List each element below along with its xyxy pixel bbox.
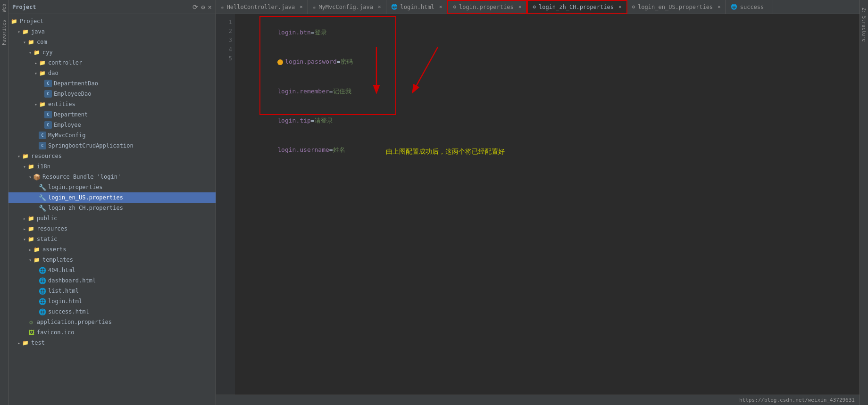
tree-item-springboot-app[interactable]: C SpringbootCrudApplication <box>8 141 216 151</box>
tree-item-success-html[interactable]: 🌐 success.html <box>8 306 216 317</box>
tab-icon-login-zh: ⚙ <box>533 4 536 10</box>
line-num-4: 4 <box>216 45 232 54</box>
code-key-1: login.btn <box>277 29 310 36</box>
tree-item-resource-bundle[interactable]: 📦 Resource Bundle 'login' <box>8 172 216 182</box>
arrow-resources <box>16 154 22 159</box>
status-url: https://blog.csdn.net/weixin_43729631 <box>739 397 855 403</box>
line-numbers: 1 2 3 4 5 <box>216 14 235 395</box>
tab-close-login-props[interactable]: × <box>518 4 522 10</box>
code-value-1: 登录 <box>315 29 327 36</box>
tree-item-dao[interactable]: 📁 dao <box>8 68 216 78</box>
code-value-5: 姓名 <box>333 146 345 153</box>
tree-item-resources[interactable]: 📁 resources <box>8 151 216 161</box>
tab-login-html[interactable]: 🌐 login.html × <box>386 0 448 14</box>
file-tree: 📁 Project 📁 java 📁 com 📁 <box>8 14 216 405</box>
tab-login-en-us[interactable]: ⚙ login_en_US.properties × <box>627 0 726 14</box>
tab-success[interactable]: 🌐 success <box>726 0 773 14</box>
tree-item-login-html[interactable]: 🌐 login.html <box>8 296 216 306</box>
tree-item-login-zh-ch[interactable]: 🔧 login_zh_CH.properties <box>8 203 216 213</box>
structure-label[interactable]: Z: Structure <box>860 4 868 45</box>
code-key-4: login.tip <box>277 117 310 124</box>
tree-item-employee-dao[interactable]: C EmployeeDao <box>8 89 216 99</box>
side-panel-tabs: Web Favorites <box>0 0 8 405</box>
tree-item-entities[interactable]: 📁 entities <box>8 99 216 109</box>
code-line-5: login.username=姓名 <box>241 136 854 165</box>
tab-my-mvc-config[interactable]: ☕ MyMvcConfig.java × <box>308 0 386 14</box>
tab-icon-success: 🌐 <box>731 4 737 10</box>
line-num-3: 3 <box>216 36 232 45</box>
sync-icon[interactable]: ⟳ <box>192 3 198 11</box>
panel-actions: ⟳ ⚙ × <box>192 3 212 11</box>
tree-item-java[interactable]: 📁 java <box>8 26 216 37</box>
tab-close-login-en[interactable]: × <box>718 4 721 10</box>
arrow-entities <box>33 102 39 107</box>
tree-item-controller[interactable]: 📁 controller <box>8 58 216 68</box>
tab-label-login-zh: login_zh_CH.properties <box>539 4 614 10</box>
tree-item-favicon[interactable]: 🖼 favicon.ico <box>8 327 216 338</box>
tree-item-department[interactable]: C Department <box>8 109 216 120</box>
tree-item-public[interactable]: 📁 public <box>8 213 216 223</box>
tree-item-com[interactable]: 📁 com <box>8 37 216 47</box>
arrow-static <box>22 237 27 242</box>
tree-item-login-props[interactable]: 🔧 login.properties <box>8 182 216 192</box>
code-line-2: login.password=密码 <box>241 47 854 76</box>
tree-item-404[interactable]: 🌐 404.html <box>8 265 216 275</box>
tab-label-mymvc: MyMvcConfig.java <box>318 4 373 10</box>
tree-item-static[interactable]: 📁 static <box>8 234 216 244</box>
tab-icon-login-props: ⚙ <box>453 4 456 10</box>
arrow-resources2 <box>22 226 27 231</box>
tree-item-dashboard[interactable]: 🌐 dashboard.html <box>8 275 216 286</box>
arrow-com <box>22 40 27 45</box>
tree-item-project[interactable]: 📁 Project <box>8 16 216 26</box>
arrow-controller <box>33 60 39 66</box>
settings-icon[interactable]: ⚙ <box>201 3 205 11</box>
tree-item-resources2[interactable]: 📁 resources <box>8 223 216 234</box>
code-area[interactable]: login.btn=登录 login.password=密码 login.rem… <box>235 14 860 395</box>
tree-item-list-html[interactable]: 🌐 list.html <box>8 286 216 296</box>
tab-login-zh-ch[interactable]: ⚙ login_zh_CH.properties × <box>527 0 627 14</box>
tab-label-login-props: login.properties <box>459 4 514 10</box>
tree-item-asserts[interactable]: 📁 asserts <box>8 244 216 255</box>
code-key-3: login.remember <box>277 88 329 95</box>
code-value-3: 记住我 <box>333 88 351 95</box>
tab-icon-mymvc: ☕ <box>313 4 316 10</box>
close-panel-icon[interactable]: × <box>208 3 212 11</box>
tree-item-test[interactable]: 📁 test <box>8 338 216 348</box>
tab-label-success: success <box>740 4 764 10</box>
status-bar: https://blog.csdn.net/weixin_43729631 <box>216 395 860 405</box>
tree-item-i18n[interactable]: 📁 i18n <box>8 161 216 172</box>
code-line-4: login.tip=请登录 <box>241 106 854 135</box>
tab-label-login-html: login.html <box>401 4 434 10</box>
code-key-2: login.password <box>285 58 337 65</box>
tab-close-mymvc[interactable]: × <box>378 4 381 10</box>
code-key-5: login.username <box>277 146 329 153</box>
code-value-2: 密码 <box>341 58 353 65</box>
tree-item-employee[interactable]: C Employee <box>8 120 216 130</box>
right-structure-panel: Z: Structure <box>860 0 868 405</box>
tab-close-login-html[interactable]: × <box>439 4 442 10</box>
arrow-bundle <box>27 174 33 180</box>
line-num-5: 5 <box>216 54 232 63</box>
tab-hello-controller[interactable]: ☕ HelloController.java × <box>216 0 308 14</box>
line-num-1: 1 <box>216 18 232 27</box>
tree-item-department-dao[interactable]: C DepartmentDao <box>8 78 216 89</box>
tree-item-application-props[interactable]: ⚙ application.properties <box>8 317 216 327</box>
side-tab-favorites[interactable]: Favorites <box>0 16 8 49</box>
arrow-asserts <box>27 247 33 252</box>
tab-close-hello[interactable]: × <box>300 4 303 10</box>
tab-label-hello: HelloController.java <box>227 4 295 10</box>
line-num-2: 2 <box>216 27 232 36</box>
arrow-public <box>22 216 27 221</box>
panel-title: Project <box>12 4 36 10</box>
tree-item-mymvcconfig[interactable]: C MyMvcConfig <box>8 130 216 141</box>
tree-item-templates[interactable]: 📁 templates <box>8 255 216 265</box>
tab-icon-login-html: 🌐 <box>391 4 398 10</box>
tab-close-login-zh[interactable]: × <box>618 4 622 10</box>
tree-item-login-en-us[interactable]: 🔧 login_en_US.properties <box>8 192 216 203</box>
side-tab-web[interactable]: Web <box>0 0 8 16</box>
tab-login-properties[interactable]: ⚙ login.properties × <box>447 0 527 14</box>
tree-item-cyy[interactable]: 📁 cyy <box>8 47 216 58</box>
arrow-templates <box>27 257 33 263</box>
editor-area: ☕ HelloController.java × ☕ MyMvcConfig.j… <box>216 0 860 405</box>
project-panel: Project ⟳ ⚙ × 📁 Project 📁 java <box>8 0 216 405</box>
